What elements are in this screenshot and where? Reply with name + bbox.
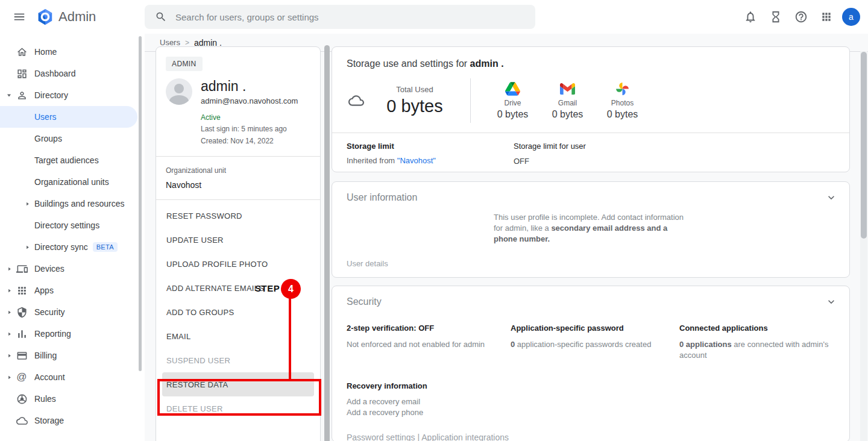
breadcrumb-users-link[interactable]: Users [160, 38, 180, 47]
add-recovery-phone-link[interactable]: Add a recovery phone [347, 407, 835, 418]
org-unit-value: Navohost [166, 180, 310, 190]
tasks-hourglass-icon[interactable] [764, 5, 788, 29]
sidebar-item-directory[interactable]: Directory [0, 84, 145, 106]
app-specific-password-label: Application-specific password [511, 324, 679, 333]
sidebar-item-dashboard[interactable]: Dashboard [0, 63, 145, 84]
security-title: Security [347, 296, 382, 307]
sidebar-item-directory-settings[interactable]: Directory settings [0, 214, 145, 236]
two-step-verification-sub: Not enforced and not enabled for admin [347, 339, 511, 350]
email-action[interactable]: EMAIL [156, 324, 320, 348]
sidebar-scrollbar[interactable] [139, 36, 142, 371]
sidebar-item-devices[interactable]: Devices [0, 258, 145, 280]
sidebar-item-home[interactable]: Home [0, 41, 145, 63]
beta-badge: BETA [93, 242, 118, 252]
created-date: Created: Nov 14, 2022 [201, 136, 298, 146]
home-icon [16, 46, 28, 58]
user-email: admin@navo.navohost.com [201, 96, 298, 105]
total-used-value: 0 bytes [373, 96, 457, 116]
at-sign-icon: @ [16, 371, 28, 383]
storage-card-title: Storage use and settings for admin . [332, 47, 849, 69]
account-avatar[interactable]: a [839, 5, 863, 29]
photos-storage-item[interactable]: Photos 0 bytes [595, 81, 650, 120]
sidebar-item-target-audiences[interactable]: Target audiences [0, 149, 145, 171]
avatar-letter: a [842, 8, 860, 26]
sidebar-item-billing[interactable]: Billing [0, 345, 145, 366]
shield-icon [16, 306, 28, 318]
step-annotation-label: STEP [255, 283, 280, 293]
total-used-label: Total Used [373, 85, 457, 94]
bar-chart-icon [16, 328, 28, 340]
gmail-storage-item[interactable]: Gmail 0 bytes [540, 81, 595, 120]
notifications-bell-icon[interactable] [738, 5, 763, 29]
storage-settings-card: Storage use and settings for admin . Tot… [332, 46, 850, 172]
update-user-action[interactable]: UPDATE USER [156, 228, 320, 252]
page-scrollbar-thumb[interactable] [861, 52, 867, 239]
sidebar-item-reporting[interactable]: Reporting [0, 323, 145, 345]
status-badge: Active [201, 113, 298, 122]
sidebar-item-organizational-units[interactable]: Organizational units [0, 171, 145, 193]
connected-applications-sub: 0 applications are connected with admin'… [679, 339, 835, 361]
caret-right-icon [24, 244, 34, 251]
add-to-groups-action[interactable]: ADD TO GROUPS [156, 300, 320, 324]
caret-down-icon [5, 92, 13, 99]
app-title: Admin [58, 9, 96, 25]
sidebar-item-account[interactable]: @ Account [0, 366, 145, 388]
profile-incomplete-text: This user profile is incomplete. Add con… [494, 212, 688, 245]
top-app-bar: Admin a [0, 0, 868, 34]
search-input[interactable] [175, 12, 535, 22]
panel-scrollbar[interactable] [324, 45, 330, 441]
breadcrumb-separator: > [185, 39, 189, 47]
sidebar-item-storage[interactable]: Storage [0, 410, 145, 431]
caret-right-icon [5, 266, 13, 272]
security-card: Security 2-step verification: OFF Not en… [332, 286, 850, 441]
sidebar-nav: Home Dashboard Directory Users Groups Ta… [0, 34, 145, 441]
chevron-down-icon[interactable] [825, 192, 837, 204]
caret-right-icon [5, 309, 13, 316]
reset-password-action[interactable]: RESET PASSWORD [156, 204, 320, 228]
admin-logo: Admin [36, 8, 96, 26]
add-recovery-email-link[interactable]: Add a recovery email [347, 396, 835, 407]
upload-profile-photo-action[interactable]: UPLOAD PROFILE PHOTO [156, 252, 320, 276]
application-integrations-link[interactable]: Application integrations [421, 433, 509, 441]
sidebar-item-groups[interactable]: Groups [0, 128, 145, 149]
sidebar-item-buildings-resources[interactable]: Buildings and resources [0, 193, 145, 214]
suspend-user-action[interactable]: SUSPEND USER [156, 348, 320, 372]
apps-grid-icon [16, 284, 28, 296]
caret-right-icon [5, 352, 13, 359]
user-limit-label: Storage limit for user [514, 142, 586, 151]
caret-right-icon [5, 374, 13, 381]
user-details-link[interactable]: User details [347, 259, 388, 268]
drive-icon [505, 81, 520, 96]
caret-right-icon [24, 201, 34, 207]
step-annotation-number: 4 [281, 279, 301, 299]
google-apps-grid-icon[interactable] [814, 5, 838, 29]
connected-applications-label: Connected applications [679, 324, 835, 333]
password-settings-link[interactable]: Password settings [347, 433, 415, 441]
sidebar-item-rules[interactable]: Rules [0, 388, 145, 410]
user-limit-value: OFF [514, 157, 586, 166]
sidebar-item-security[interactable]: Security [0, 301, 145, 323]
two-step-verification-label: 2-step verification: OFF [347, 324, 511, 333]
step-annotation-line [289, 298, 291, 380]
navohost-link[interactable]: "Navohost" [397, 156, 436, 165]
divider [470, 78, 471, 123]
recovery-information-label: Recovery information [347, 381, 835, 390]
step-annotation-highlight-box [157, 379, 321, 416]
photos-icon [615, 81, 630, 96]
search-bar[interactable] [145, 5, 535, 29]
help-icon[interactable] [789, 5, 813, 29]
user-information-title: User information [347, 192, 417, 203]
hamburger-menu-icon[interactable] [7, 5, 31, 29]
sidebar-item-directory-sync[interactable]: Directory sync BETA [0, 236, 145, 258]
sidebar-item-users[interactable]: Users [0, 106, 137, 128]
admin-logo-icon [36, 8, 54, 26]
chevron-down-icon[interactable] [825, 296, 837, 308]
cloud-icon [16, 414, 28, 427]
drive-storage-item[interactable]: Drive 0 bytes [485, 81, 540, 120]
sidebar-item-apps[interactable]: Apps [0, 280, 145, 301]
security-footer-links: Password settings | Application integrat… [332, 418, 849, 441]
org-unit-label: Organizational unit [166, 166, 310, 175]
rules-wheel-icon [16, 393, 28, 405]
last-sign-in: Last sign in: 5 minutes ago [201, 124, 298, 134]
user-information-card: User information This user profile is in… [332, 181, 850, 278]
